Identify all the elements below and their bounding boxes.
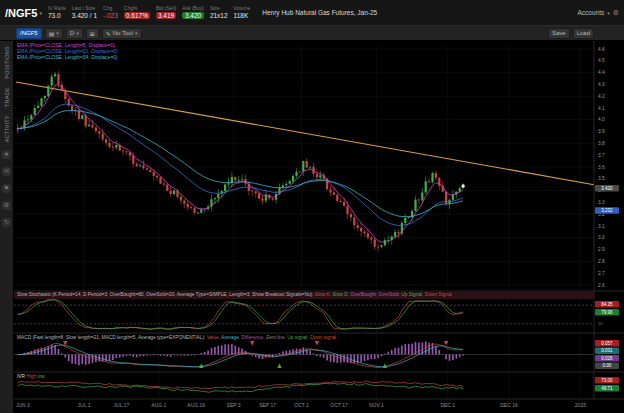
svg-text:0.031: 0.031	[601, 348, 613, 353]
field-value: 0.617%	[124, 12, 150, 19]
quote-header: /NGF5 ▾ IV Rank 73.0 Last / Size 3.420 /…	[0, 0, 624, 26]
quote-field-bid: Bid (Sell) 3.419	[156, 6, 176, 19]
field-value: -.023	[103, 12, 118, 19]
chart-style-button[interactable]: ▤ ▾	[45, 28, 63, 39]
svg-text:4.3: 4.3	[598, 82, 605, 87]
svg-text:49.71: 49.71	[601, 386, 613, 391]
chart-toolbar: /NGF5 ▤ ▾ D ▾ ⊞ ✎ No Tool ▾ Save Load	[0, 26, 624, 41]
svg-text:3.420: 3.420	[601, 186, 613, 191]
chart-symbol-tab[interactable]: /NGF5	[16, 28, 42, 39]
sidebar-tab-activity[interactable]: ACTIVITY	[4, 115, 10, 142]
svg-text:SEP 3: SEP 3	[227, 402, 241, 408]
quote-field-volume: Volume 118K	[234, 6, 251, 19]
svg-text:0.026: 0.026	[601, 356, 613, 361]
svg-text:3.6: 3.6	[598, 165, 605, 170]
svg-text:JUL 17: JUL 17	[114, 402, 130, 408]
svg-text:3.5: 3.5	[598, 176, 605, 181]
field-value: 21x12	[210, 12, 228, 19]
price-chart[interactable]: 2.62.72.82.93.03.13.23.33.43.53.63.73.83…	[14, 41, 624, 413]
svg-text:DEC 1: DEC 1	[440, 402, 455, 408]
sidebar-tab-trade[interactable]: TRADE	[4, 87, 10, 107]
svg-text:OCT 17: OCT 17	[330, 402, 348, 408]
drawing-tool-button[interactable]: ✎ No Tool ▾	[102, 28, 142, 39]
grid-icon: ⊞	[90, 30, 95, 37]
svg-text:AUG 16: AUG 16	[187, 402, 205, 408]
svg-text:JUL 1: JUL 1	[78, 402, 91, 408]
svg-text:2.7: 2.7	[598, 271, 605, 276]
svg-text:4.0: 4.0	[598, 117, 605, 122]
svg-text:0.057: 0.057	[601, 341, 613, 346]
field-value: 3.420 / 1	[72, 12, 97, 19]
contract-description: Henry Hub Natural Gas Futures, Jan-25	[262, 9, 377, 16]
quote-field-size: Size 21x12	[210, 6, 228, 19]
svg-text:20: 20	[598, 321, 603, 326]
svg-text:84.35: 84.35	[601, 302, 613, 307]
left-sidebar: POSITIONS TRADE ACTIVITY ★ ✉ ⚑ ⚙ ↻	[0, 41, 14, 413]
quote-field-iv-rank: IV Rank 73.0	[48, 6, 66, 19]
quote-field-last-size: Last / Size 3.420 / 1	[72, 6, 97, 19]
flag-icon[interactable]: ⚑	[2, 184, 11, 193]
timeframe-button[interactable]: D ▾	[66, 28, 83, 39]
pencil-icon: ✎	[106, 30, 111, 37]
field-label: Bid (Sell)	[156, 6, 176, 12]
drawing-tool-label: No Tool	[113, 30, 133, 36]
chart-area: 2.62.72.82.93.03.13.23.33.43.53.63.73.83…	[14, 41, 624, 413]
svg-text:3.9: 3.9	[598, 129, 605, 134]
symbol-selector[interactable]: /NGF5 ▾	[5, 7, 42, 19]
gear-icon[interactable]: ⚙	[613, 9, 619, 17]
field-value: 73.0	[48, 12, 66, 19]
svg-text:3.7: 3.7	[598, 153, 605, 158]
svg-text:2.8: 2.8	[598, 259, 605, 264]
grid-layout-button[interactable]: ⊞	[86, 28, 99, 39]
chevron-down-icon: ▾	[607, 10, 610, 16]
quote-field-chg-pct: Chg% 0.617%	[124, 6, 150, 19]
svg-text:DEC 16: DEC 16	[500, 402, 518, 408]
svg-text:73.00: 73.00	[601, 378, 613, 383]
svg-text:3.0: 3.0	[598, 235, 605, 240]
bid-value[interactable]: 3.419	[156, 12, 176, 19]
svg-text:NOV 1: NOV 1	[369, 402, 384, 408]
svg-text:4.4: 4.4	[598, 70, 605, 75]
svg-text:2.9: 2.9	[598, 247, 605, 252]
field-value: 118K	[234, 12, 251, 19]
accounts-dropdown[interactable]: Accounts ▾ ⚙	[577, 9, 619, 17]
thinkorswim-app: /NGF5 ▾ IV Rank 73.0 Last / Size 3.420 /…	[0, 0, 624, 413]
svg-text:AUG 1: AUG 1	[151, 402, 166, 408]
svg-text:OCT 1: OCT 1	[294, 402, 309, 408]
svg-text:2025: 2025	[575, 402, 586, 408]
sidebar-tab-positions[interactable]: POSITIONS	[4, 46, 10, 79]
svg-text:4.6: 4.6	[598, 47, 605, 52]
timeframe-label: D	[70, 30, 74, 36]
star-icon[interactable]: ★	[2, 150, 11, 159]
svg-text:79.96: 79.96	[601, 310, 613, 315]
chevron-down-icon: ▾	[39, 10, 42, 16]
svg-text:4.2: 4.2	[598, 94, 605, 99]
quote-field-chg: Chg -.023	[103, 6, 118, 19]
field-label: Ask (Buy)	[182, 6, 204, 12]
quote-field-ask: Ask (Buy) 3.420	[182, 6, 204, 19]
svg-text:JUN 3: JUN 3	[16, 402, 30, 408]
chevron-down-icon: ▾	[76, 30, 79, 36]
ask-value[interactable]: 3.420	[182, 12, 204, 19]
svg-text:0.00: 0.00	[603, 363, 612, 368]
svg-text:2.6: 2.6	[598, 283, 605, 288]
symbol-text: /NGF5	[5, 7, 37, 19]
gear-icon[interactable]: ⚙	[2, 201, 11, 210]
svg-text:4.1: 4.1	[598, 106, 605, 111]
svg-text:SEP 17: SEP 17	[259, 402, 276, 408]
chevron-down-icon: ▾	[135, 30, 138, 36]
field-label: Chg%	[124, 6, 150, 12]
accounts-label: Accounts	[577, 9, 604, 16]
svg-text:3.1: 3.1	[598, 224, 605, 229]
refresh-icon[interactable]: ↻	[2, 218, 11, 227]
candlestick-icon: ▤	[49, 30, 55, 37]
svg-text:3.3: 3.3	[598, 200, 605, 205]
svg-text:3.232: 3.232	[601, 208, 613, 213]
svg-text:3.8: 3.8	[598, 141, 605, 146]
svg-text:4.5: 4.5	[598, 58, 605, 63]
chevron-down-icon: ▾	[56, 30, 59, 36]
load-chart-button[interactable]: Load	[573, 28, 594, 39]
mail-icon[interactable]: ✉	[2, 167, 11, 176]
save-chart-button[interactable]: Save	[548, 28, 570, 39]
